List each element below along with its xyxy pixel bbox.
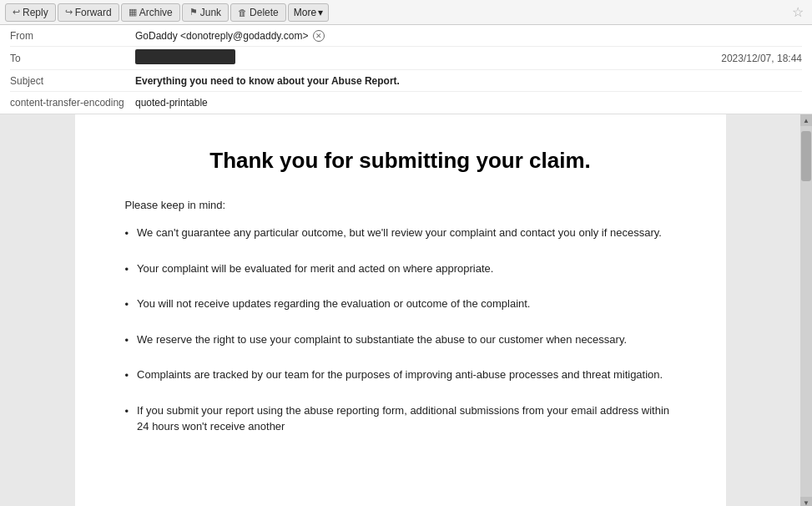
reply-button[interactable]: ↩ Reply xyxy=(5,3,56,22)
scrollbar-thumb[interactable] xyxy=(801,131,811,181)
scrollbar-track[interactable]: ▲ ▼ xyxy=(800,114,812,506)
archive-icon: ▦ xyxy=(129,7,137,18)
from-row: From GoDaddy <donotreply@godaddy.com> ✕ xyxy=(10,25,802,47)
forward-label: Forward xyxy=(75,7,112,18)
bullet-icon: • xyxy=(125,225,129,242)
block-sender-icon[interactable]: ✕ xyxy=(313,30,325,42)
email-body-container: Thank you for submitting your claim. Ple… xyxy=(0,114,812,506)
bullet-icon: • xyxy=(125,261,129,278)
subject-label: Subject xyxy=(10,75,135,87)
to-row: To 2023/12/07, 18:44 xyxy=(10,47,802,70)
junk-label: Junk xyxy=(200,7,221,18)
to-label: To xyxy=(10,53,135,64)
recipient-blocked xyxy=(135,49,235,64)
list-item: •Your complaint will be evaluated for me… xyxy=(125,261,676,278)
archive-label: Archive xyxy=(139,7,173,18)
bullet-text: You will not receive updates regarding t… xyxy=(137,296,530,312)
email-body: Thank you for submitting your claim. Ple… xyxy=(75,114,726,506)
more-button[interactable]: More ▾ xyxy=(288,3,329,22)
bullet-text: If you submit your report using the abus… xyxy=(137,402,675,435)
from-value: GoDaddy <donotreply@godaddy.com> ✕ xyxy=(135,30,802,42)
email-bullet-list: •We can't guarantee any particular outco… xyxy=(125,225,676,435)
archive-button[interactable]: ▦ Archive xyxy=(121,3,180,22)
scrollbar-arrow-up[interactable]: ▲ xyxy=(800,114,812,126)
encoding-value: quoted-printable xyxy=(135,97,802,109)
email-toolbar: ↩ Reply ↪ Forward ▦ Archive ⚑ Junk 🗑 Del… xyxy=(0,0,812,25)
list-item: •We can't guarantee any particular outco… xyxy=(125,225,676,242)
junk-icon: ⚑ xyxy=(189,7,198,18)
bullet-icon: • xyxy=(125,296,129,313)
bullet-icon: • xyxy=(125,367,129,384)
reply-icon: ↩ xyxy=(13,7,20,18)
bullet-icon: • xyxy=(125,403,129,420)
bullet-text: We reserve the right to use your complai… xyxy=(137,331,627,348)
subject-value: Everything you need to know about your A… xyxy=(135,75,802,87)
encoding-label: content-transfer-encoding xyxy=(10,97,135,109)
delete-label: Delete xyxy=(250,7,279,18)
star-button[interactable]: ☆ xyxy=(789,4,807,20)
bullet-icon: • xyxy=(125,332,129,349)
list-item: •Complaints are tracked by our team for … xyxy=(125,367,676,384)
from-label: From xyxy=(10,30,135,42)
more-label: More xyxy=(294,7,316,18)
bullet-text: Complaints are tracked by our team for t… xyxy=(137,367,663,383)
email-headers: From GoDaddy <donotreply@godaddy.com> ✕ … xyxy=(0,25,812,114)
delete-icon: 🗑 xyxy=(238,8,247,18)
encoding-row: content-transfer-encoding quoted-printab… xyxy=(10,92,802,114)
junk-button[interactable]: ⚑ Junk xyxy=(182,3,229,22)
to-value xyxy=(135,49,721,67)
chevron-down-icon: ▾ xyxy=(318,7,323,18)
star-icon: ☆ xyxy=(792,5,804,19)
bullet-text: We can't guarantee any particular outcom… xyxy=(137,225,662,241)
reply-label: Reply xyxy=(23,7,48,18)
subject-row: Subject Everything you need to know abou… xyxy=(10,70,802,92)
email-date: 2023/12/07, 18:44 xyxy=(721,53,802,64)
forward-button[interactable]: ↪ Forward xyxy=(58,3,119,22)
email-scroll-area[interactable]: Thank you for submitting your claim. Ple… xyxy=(0,114,800,506)
list-item: •We reserve the right to use your compla… xyxy=(125,331,676,349)
forward-icon: ↪ xyxy=(65,7,73,18)
bullet-text: Your complaint will be evaluated for mer… xyxy=(137,261,493,277)
from-address: GoDaddy <donotreply@godaddy.com> xyxy=(135,30,308,42)
email-title: Thank you for submitting your claim. xyxy=(125,148,676,174)
list-item: •If you submit your report using the abu… xyxy=(125,402,676,435)
list-item: •You will not receive updates regarding … xyxy=(125,296,676,313)
email-intro: Please keep in mind: xyxy=(125,199,676,211)
delete-button[interactable]: 🗑 Delete xyxy=(230,3,286,22)
scrollbar-arrow-down[interactable]: ▼ xyxy=(800,497,812,506)
